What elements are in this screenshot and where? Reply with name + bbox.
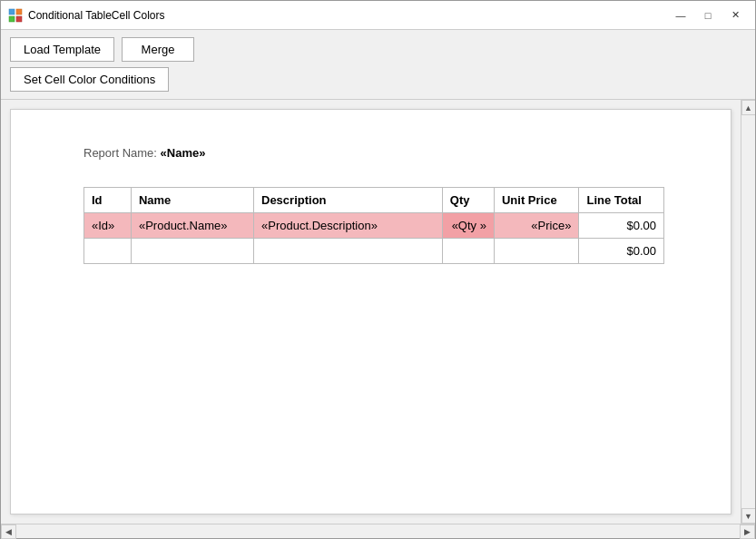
col-header-id: Id [84,188,132,213]
col-header-line-total: Line Total [579,188,664,213]
svg-rect-2 [9,16,15,22]
report-name-row: Report Name: «Name» [83,146,712,160]
report-name-label: Report Name: [83,146,161,160]
col-header-qty: Qty [442,188,494,213]
title-bar-left: Conditional TableCell Colors [8,8,165,23]
maximize-button[interactable]: □ [695,5,721,25]
col-header-description: Description [254,188,443,213]
title-controls: — □ ✕ [668,5,748,25]
svg-rect-1 [16,9,22,15]
total-cell-desc [254,239,443,264]
content-area: Report Name: «Name» Id Name Description … [1,100,755,524]
total-cell-name [131,239,253,264]
cell-price: «Price» [494,213,579,239]
load-template-button[interactable]: Load Template [10,37,114,62]
close-button[interactable]: ✕ [722,5,748,25]
svg-rect-3 [16,16,22,22]
cell-description: «Product.Description» [254,213,443,239]
total-cell-qty [442,239,494,264]
col-header-unit-price: Unit Price [494,188,579,213]
toolbar-row-1: Load Template Merge [10,37,746,62]
scroll-right-arrow[interactable]: ▶ [740,524,755,539]
cell-qty: «Qty » [442,213,494,239]
vertical-scrollbar: ▲ ▼ [741,100,755,524]
window-title: Conditional TableCell Colors [28,9,165,22]
scroll-track-horizontal[interactable] [16,524,740,538]
merge-button[interactable]: Merge [122,37,194,62]
table-total-row: $0.00 [84,239,664,264]
app-icon [8,8,23,23]
set-cell-color-button[interactable]: Set Cell Color Conditions [10,67,169,92]
minimize-button[interactable]: — [668,5,693,25]
svg-rect-0 [9,9,15,15]
cell-line-total: $0.00 [579,213,664,239]
toolbar-row-2: Set Cell Color Conditions [10,67,746,92]
total-cell-line-total: $0.00 [579,239,664,264]
scroll-down-arrow[interactable]: ▼ [741,508,756,524]
scroll-track-vertical[interactable] [741,115,755,508]
scroll-left-arrow[interactable]: ◀ [1,524,16,539]
horizontal-scrollbar: ◀ ▶ [1,524,755,538]
cell-id: «Id» [84,213,132,239]
toolbar: Load Template Merge Set Cell Color Condi… [1,30,755,100]
total-cell-price [494,239,579,264]
main-window: Conditional TableCell Colors — □ ✕ Load … [0,0,756,539]
title-bar: Conditional TableCell Colors — □ ✕ [1,1,755,30]
report-name-value: «Name» [161,146,206,160]
table-row: «Id» «Product.Name» «Product.Description… [84,213,664,239]
cell-name: «Product.Name» [131,213,253,239]
col-header-name: Name [131,188,253,213]
total-cell-id [84,239,132,264]
scroll-up-arrow[interactable]: ▲ [741,100,756,115]
main-area: Report Name: «Name» Id Name Description … [1,100,741,524]
report-table: Id Name Description Qty Unit Price Line … [83,187,664,264]
report-canvas: Report Name: «Name» Id Name Description … [10,109,731,514]
table-header-row: Id Name Description Qty Unit Price Line … [84,188,664,213]
